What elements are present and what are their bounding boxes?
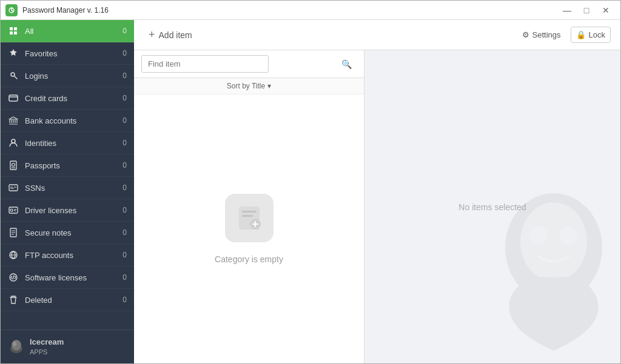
minimize-button[interactable]: —: [557, 1, 577, 20]
svg-point-2: [11, 73, 15, 76]
svg-rect-3: [9, 95, 18, 101]
app-title: Password Manager v. 1.16: [22, 6, 557, 15]
ssns-icon: [8, 182, 19, 193]
sidebar-item-bank-accounts[interactable]: Bank accounts 0: [1, 110, 134, 132]
software-licenses-icon: [8, 272, 19, 283]
sort-bar: Sort by Title ▾: [134, 78, 364, 94]
sidebar-count-logins: 0: [117, 71, 127, 80]
lock-label: Lock: [589, 30, 605, 39]
sidebar-item-software-licenses[interactable]: Software licenses 0: [1, 266, 134, 289]
svg-point-23: [560, 227, 578, 245]
settings-label: Settings: [532, 30, 561, 39]
svg-rect-7: [9, 185, 18, 191]
sidebar-item-favorites[interactable]: Favorites 0: [1, 42, 134, 65]
sidebar-item-credit-cards[interactable]: Credit cards 0: [1, 87, 134, 110]
brand-name: IcecreamAPPS: [30, 337, 64, 356]
list-panel: 🔍 Sort by Title ▾: [134, 50, 364, 363]
secure-notes-icon: [8, 227, 19, 238]
gear-icon: ⚙: [522, 30, 529, 39]
sidebar-count-all: 0: [117, 27, 127, 35]
app-icon: [5, 4, 18, 16]
sidebar-count-ssns: 0: [117, 184, 127, 192]
sidebar-item-deleted[interactable]: Deleted 0: [1, 289, 134, 311]
driver-licenses-icon: [8, 205, 19, 216]
sidebar-label-logins: Logins: [25, 71, 117, 81]
sidebar-count-credit-cards: 0: [117, 94, 127, 102]
favorites-icon: [8, 48, 19, 59]
bank-accounts-icon: [8, 115, 19, 126]
sidebar-label-passports: Passports: [25, 161, 117, 170]
search-icon: 🔍: [341, 59, 352, 69]
sidebar-label-secure-notes: Secure notes: [25, 228, 117, 237]
sidebar-item-secure-notes[interactable]: Secure notes 0: [1, 222, 134, 244]
sidebar-label-credit-cards: Credit cards: [25, 94, 117, 103]
content-area: + Add item ⚙ Settings 🔒 Lock: [134, 20, 620, 363]
sidebar-label-favorites: Favorites: [25, 49, 117, 58]
svg-point-9: [10, 209, 13, 211]
sort-label: Sort by Title: [227, 82, 265, 90]
sidebar-label-identities: Identities: [25, 139, 117, 148]
detail-empty-text: No items selected: [458, 202, 526, 212]
lock-icon: 🔒: [576, 30, 586, 39]
add-item-button[interactable]: + Add item: [144, 25, 197, 45]
sort-button[interactable]: Sort by Title ▾: [227, 82, 271, 90]
search-wrapper: 🔍: [141, 55, 357, 73]
ftp-accounts-icon: [8, 250, 19, 260]
split-pane: 🔍 Sort by Title ▾: [134, 50, 620, 363]
detail-panel: No items selected: [364, 50, 620, 363]
bg-decoration: [475, 187, 620, 363]
svg-rect-18: [242, 215, 253, 217]
sidebar-count-identities: 0: [117, 139, 127, 147]
sidebar-count-passports: 0: [117, 161, 127, 170]
search-input[interactable]: [141, 55, 269, 73]
sidebar-item-ssns[interactable]: SSNs 0: [1, 177, 134, 199]
sidebar: All 0 Favorites 0 Logins 0 Credit cards …: [1, 20, 134, 363]
svg-rect-17: [242, 211, 257, 213]
sidebar-count-deleted: 0: [117, 296, 127, 304]
app-window: Password Manager v. 1.16 — □ ✕ All 0 Fav…: [0, 0, 621, 364]
lock-button[interactable]: 🔒 Lock: [571, 27, 611, 43]
svg-rect-5: [10, 161, 16, 170]
maximize-button[interactable]: □: [577, 1, 596, 20]
sidebar-label-ssns: SSNs: [25, 184, 117, 193]
credit-cards-icon: [8, 93, 19, 104]
sidebar-item-driver-licenses[interactable]: Driver licenses 0: [1, 199, 134, 222]
svg-point-14: [12, 340, 21, 351]
window-controls: — □ ✕: [557, 1, 616, 20]
sort-arrow-icon: ▾: [267, 82, 271, 90]
sidebar-label-software-licenses: Software licenses: [25, 273, 117, 282]
sidebar-item-ftp-accounts[interactable]: FTP accounts 0: [1, 244, 134, 266]
search-button[interactable]: 🔍: [341, 59, 352, 69]
sidebar-count-bank-accounts: 0: [117, 116, 127, 125]
sidebar-label-ftp-accounts: FTP accounts: [25, 251, 117, 260]
main-layout: All 0 Favorites 0 Logins 0 Credit cards …: [1, 20, 620, 363]
sidebar-label-bank-accounts: Bank accounts: [25, 116, 117, 125]
sidebar-count-software-licenses: 0: [117, 273, 127, 282]
close-button[interactable]: ✕: [596, 1, 616, 20]
sidebar-count-ftp-accounts: 0: [117, 251, 127, 259]
sidebar-footer: IcecreamAPPS: [1, 329, 134, 363]
sidebar-count-secure-notes: 0: [117, 228, 127, 237]
svg-point-21: [520, 202, 587, 281]
passports-icon: [8, 160, 19, 171]
toolbar: + Add item ⚙ Settings 🔒 Lock: [134, 20, 620, 50]
sidebar-item-all[interactable]: All 0: [1, 20, 134, 42]
sidebar-label-deleted: Deleted: [25, 296, 117, 305]
logins-icon: [8, 70, 19, 81]
search-box: 🔍: [134, 50, 364, 78]
svg-point-15: [13, 342, 16, 346]
sidebar-item-logins[interactable]: Logins 0: [1, 65, 134, 87]
sidebar-count-favorites: 0: [117, 49, 127, 58]
svg-point-4: [12, 139, 15, 143]
settings-button[interactable]: ⚙ Settings: [517, 27, 566, 42]
empty-list-text: Category is empty: [215, 254, 283, 264]
titlebar: Password Manager v. 1.16 — □ ✕: [1, 1, 620, 20]
identities-icon: [8, 137, 19, 148]
toolbar-actions: ⚙ Settings 🔒 Lock: [517, 27, 611, 43]
sidebar-item-identities[interactable]: Identities 0: [1, 132, 134, 154]
empty-icon: [225, 194, 274, 242]
svg-point-22: [529, 227, 548, 245]
all-icon: [8, 25, 19, 36]
sidebar-item-passports[interactable]: Passports 0: [1, 154, 134, 177]
sidebar-count-driver-licenses: 0: [117, 206, 127, 214]
